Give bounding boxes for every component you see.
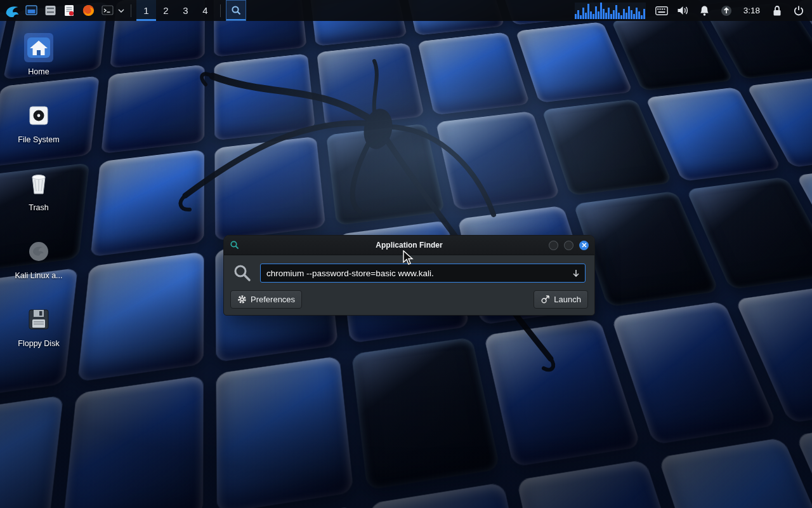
update-status[interactable]: [716, 0, 737, 21]
chevron-down-icon: [118, 9, 124, 13]
gear-icon: [237, 295, 247, 304]
keyboard-indicator[interactable]: [651, 0, 672, 21]
workspace-4-label: 4: [202, 5, 207, 16]
lock-icon: [772, 5, 782, 17]
maximize-button[interactable]: [564, 241, 573, 250]
search-icon: [233, 264, 252, 283]
workspace-1-label: 1: [143, 5, 148, 16]
arrow-down-icon: [572, 269, 580, 277]
terminal-icon: [101, 4, 114, 17]
floppy-icon: [24, 305, 53, 334]
document-icon: [63, 4, 75, 17]
desktop-icon-file-system[interactable]: File System: [11, 101, 66, 169]
logout[interactable]: [788, 0, 809, 21]
query-field-wrap: [260, 264, 586, 283]
file-manager-launcher[interactable]: [22, 0, 41, 21]
minimize-button[interactable]: [549, 241, 558, 250]
finder-actions: Preferences Launch: [224, 289, 594, 315]
desktop-icon-label: File System: [18, 135, 59, 144]
bell-icon: [699, 5, 710, 17]
close-button[interactable]: [579, 241, 589, 250]
volume-control[interactable]: [672, 0, 694, 21]
task-button-application-finder[interactable]: [226, 0, 246, 21]
trash-icon: [24, 169, 53, 198]
finder-content: [224, 255, 594, 289]
desktop-icon-label: Trash: [29, 203, 49, 212]
launch-icon: [540, 295, 550, 304]
text-editor-launcher[interactable]: [60, 0, 79, 21]
kali-package-icon: [24, 237, 53, 266]
workspace-1[interactable]: 1: [136, 0, 156, 21]
keyboard-icon: [655, 6, 668, 15]
terminal-launcher[interactable]: [98, 0, 117, 21]
terminal-dropdown[interactable]: [117, 0, 126, 21]
clock[interactable]: 3:18: [737, 6, 766, 15]
archive-drawer-launcher[interactable]: [41, 0, 60, 21]
desktop-icon-label: Kali Linux a...: [15, 271, 62, 280]
speaker-icon: [677, 5, 689, 16]
desktop-icon-label: Home: [28, 67, 49, 76]
desktop-icon-trash[interactable]: Trash: [11, 169, 66, 237]
cpu-graph[interactable]: [575, 3, 646, 19]
status-arrow-icon: [721, 5, 732, 17]
desktop-icon-floppy-disk[interactable]: Floppy Disk: [11, 305, 66, 373]
desktop-icon-label: Floppy Disk: [18, 339, 59, 348]
dropdown-button[interactable]: [568, 265, 584, 281]
panel-left: 1 2 3 4: [3, 0, 246, 21]
search-icon: [231, 5, 242, 16]
power-icon: [793, 5, 804, 17]
workspace-2[interactable]: 2: [156, 0, 176, 21]
launch-label: Launch: [554, 295, 581, 304]
desktop-icon-list: Home File System Trash: [11, 33, 66, 373]
kali-logo-icon: [4, 3, 20, 18]
firefox-icon: [82, 4, 95, 17]
screen-lock[interactable]: [766, 0, 788, 21]
panel-separator: [131, 4, 131, 17]
workspace-4[interactable]: 4: [195, 0, 215, 21]
close-icon: [582, 243, 587, 248]
window-titlebar[interactable]: Application Finder: [224, 236, 594, 255]
preferences-button[interactable]: Preferences: [230, 290, 302, 309]
top-panel: 1 2 3 4: [0, 0, 812, 21]
kali-menu-button[interactable]: [3, 0, 22, 21]
drawer-icon: [44, 4, 57, 17]
workspace-3[interactable]: 3: [176, 0, 195, 21]
firefox-launcher[interactable]: [79, 0, 98, 21]
workspace-3-label: 3: [183, 5, 188, 16]
preferences-label: Preferences: [251, 295, 295, 304]
home-icon: [24, 33, 53, 62]
window-title: Application Finder: [224, 241, 594, 250]
file-manager-icon: [25, 4, 38, 17]
workspace-2-label: 2: [163, 5, 168, 16]
desktop-icon-kali-linux[interactable]: Kali Linux a...: [11, 237, 66, 305]
panel-right: 3:18: [575, 0, 809, 21]
application-finder-window: Application Finder: [223, 235, 595, 316]
window-controls: [549, 241, 589, 250]
command-input[interactable]: [260, 264, 586, 283]
drive-icon: [24, 101, 53, 130]
notifications[interactable]: [694, 0, 716, 21]
launch-button[interactable]: Launch: [534, 290, 588, 309]
desktop: 1 2 3 4: [0, 0, 812, 508]
desktop-icon-home[interactable]: Home: [11, 33, 66, 101]
panel-separator: [220, 4, 221, 17]
